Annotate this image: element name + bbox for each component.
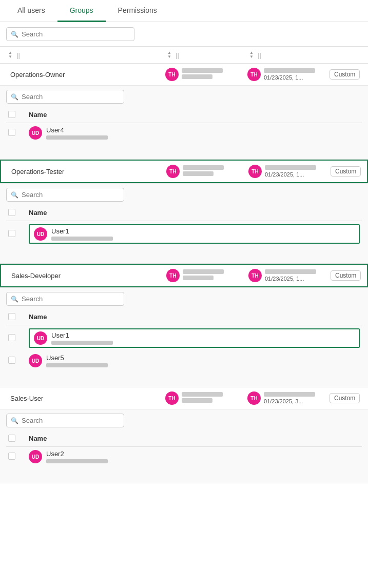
type-badge-sales-user: Custom <box>330 393 360 403</box>
modified-date-operations-owner: 01/23/2025, 1... <box>264 74 315 81</box>
group-block-sales-developer: Sales-Developer TH TH 01/23/2025, 1... C… <box>0 264 368 387</box>
sub-search-box-sales-user[interactable]: 🔍 <box>6 414 124 427</box>
sub-footer-sales-developer <box>6 370 362 381</box>
group-name-operations-tester: Operations-Tester <box>7 168 166 175</box>
sub-search-input-sales-user[interactable] <box>22 417 120 424</box>
sub-checkbox-header-sales-user <box>8 435 29 443</box>
global-search-input[interactable] <box>22 30 130 38</box>
sort-modified-icon[interactable]: ▲▼ <box>249 51 254 59</box>
app-container: All usersGroupsPermissions 🔍 ▲▼ || ▲▼ ||… <box>0 0 368 483</box>
member-avatar-user4: UD <box>29 126 42 140</box>
sub-name-header-operations-tester: Name <box>29 209 360 218</box>
creator-name-blurred-operations-tester <box>183 165 224 170</box>
member-name-user1a: User1 <box>51 227 113 235</box>
groups-container: Operations-Owner TH TH 01/23/2025, 1... … <box>0 64 368 483</box>
sub-search-box-sales-developer[interactable]: 🔍 <box>6 292 124 306</box>
tab-permissions[interactable]: Permissions <box>106 0 169 22</box>
member-checkbox-wrap-user1b <box>8 334 29 343</box>
member-name-cell-user2: UD User2 <box>29 450 360 463</box>
group-row-wrap-operations-tester: Operations-Tester TH TH 01/23/2025, 1...… <box>0 160 368 183</box>
member-name-cell-user1b[interactable]: UD User1 <box>29 328 360 348</box>
member-name-user5: User5 <box>46 354 108 362</box>
group-row-wrap-sales-developer: Sales-Developer TH TH 01/23/2025, 1... C… <box>0 264 368 287</box>
group-row-operations-tester[interactable]: Operations-Tester TH TH 01/23/2025, 1...… <box>1 161 367 182</box>
member-row-user2: UD User2 <box>6 447 362 466</box>
group-row-sales-user[interactable]: Sales-User TH TH 01/23/2025, 3... Custom <box>0 387 368 409</box>
sub-header-sales-user: Name <box>6 432 362 447</box>
member-name-user4: User4 <box>46 126 108 134</box>
member-checkbox-user1a[interactable] <box>8 230 15 237</box>
member-email-blurred-user2 <box>46 459 108 463</box>
creator-avatar-sales-user: TH <box>165 391 179 405</box>
tab-all-users[interactable]: All users <box>5 0 57 22</box>
sub-search-icon-operations-tester: 🔍 <box>11 191 18 199</box>
member-checkbox-user2[interactable] <box>8 453 15 460</box>
modified-date-sales-user: 01/23/2025, 3... <box>264 398 315 404</box>
tabs-bar: All usersGroupsPermissions <box>0 0 368 22</box>
sort-name-icon[interactable]: ▲▼ <box>8 51 12 59</box>
member-name-cell-user4: UD User4 <box>29 126 360 140</box>
created-by-cell-operations-owner: TH <box>165 68 247 81</box>
sub-search-input-sales-developer[interactable] <box>22 295 120 303</box>
member-checkbox-user5[interactable] <box>8 357 15 364</box>
member-row-user1a: UD User1 <box>6 221 362 247</box>
select-all-checkbox-sales-developer[interactable] <box>8 313 15 320</box>
member-checkbox-user4[interactable] <box>8 129 15 136</box>
col-modified-by: ▲▼ || <box>247 51 330 59</box>
sub-search-sales-user: 🔍 <box>6 414 362 427</box>
col-name: ▲▼ || <box>6 51 165 59</box>
group-name-operations-owner: Operations-Owner <box>6 71 165 79</box>
sub-search-input-operations-owner[interactable] <box>22 93 120 101</box>
sub-search-box-operations-owner[interactable]: 🔍 <box>6 90 124 104</box>
modified-by-cell-operations-owner: TH 01/23/2025, 1... <box>247 68 330 81</box>
creator-role-blurred-sales-user <box>182 398 212 403</box>
member-avatar-user1b: UD <box>34 331 47 345</box>
sub-name-header-sales-developer: Name <box>29 313 360 322</box>
sub-search-input-operations-tester[interactable] <box>22 191 120 199</box>
tab-groups[interactable]: Groups <box>57 0 106 22</box>
type-badge-sales-developer: Custom <box>331 270 361 281</box>
search-icon: 🔍 <box>11 31 18 38</box>
group-row-operations-owner[interactable]: Operations-Owner TH TH 01/23/2025, 1... … <box>0 64 368 85</box>
created-by-cell-sales-developer: TH <box>166 269 248 282</box>
top-search-area: 🔍 <box>0 22 368 46</box>
member-name-user1b: User1 <box>51 331 113 339</box>
group-block-operations-owner: Operations-Owner TH TH 01/23/2025, 1... … <box>0 64 368 160</box>
group-name-sales-user: Sales-User <box>6 395 165 402</box>
select-all-checkbox-sales-user[interactable] <box>8 435 15 442</box>
select-all-checkbox-operations-owner[interactable] <box>8 111 15 118</box>
member-email-blurred-user1a <box>51 237 113 241</box>
modifier-avatar-operations-owner: TH <box>247 68 261 81</box>
sub-search-icon-operations-owner: 🔍 <box>11 93 18 101</box>
sort-created-icon[interactable]: ▲▼ <box>167 51 171 59</box>
modifier-avatar-sales-developer: TH <box>248 269 262 282</box>
member-checkbox-wrap-user5 <box>8 357 29 365</box>
group-row-sales-developer[interactable]: Sales-Developer TH TH 01/23/2025, 1... C… <box>1 265 367 286</box>
modified-date-operations-tester: 01/23/2025, 1... <box>265 171 316 178</box>
sub-search-box-operations-tester[interactable]: 🔍 <box>6 188 124 202</box>
member-row-user5: UD User5 <box>6 351 362 370</box>
creator-avatar-sales-developer: TH <box>166 269 180 282</box>
sub-search-operations-owner: 🔍 <box>6 90 362 104</box>
modifier-avatar-operations-tester: TH <box>248 165 262 178</box>
member-email-blurred-user5 <box>46 363 108 367</box>
type-cell-operations-owner: Custom <box>330 69 362 80</box>
member-name-cell-user1a[interactable]: UD User1 <box>29 224 360 244</box>
sub-table-operations-owner: 🔍 Name UD User4 <box>0 85 368 159</box>
type-badge-operations-tester: Custom <box>331 166 361 177</box>
table-header: ▲▼ || ▲▼ || ▲▼ || <box>0 46 368 64</box>
creator-avatar-operations-tester: TH <box>166 165 180 178</box>
creator-role-blurred-sales-developer <box>183 276 214 280</box>
creator-role-blurred-operations-tester <box>183 171 214 176</box>
global-search-box[interactable]: 🔍 <box>6 27 134 41</box>
member-row-user1b: UD User1 <box>6 325 362 351</box>
member-email-blurred-user4 <box>46 135 108 140</box>
member-avatar-user1a: UD <box>34 227 47 241</box>
select-all-checkbox-operations-tester[interactable] <box>8 209 15 216</box>
type-cell-operations-tester: Custom <box>331 166 361 177</box>
sub-checkbox-header-operations-owner <box>8 111 29 120</box>
member-name-cell-user5: UD User5 <box>29 354 360 367</box>
sub-checkbox-header-sales-developer <box>8 313 29 322</box>
member-checkbox-user1b[interactable] <box>8 334 15 341</box>
sub-search-icon-sales-developer: 🔍 <box>11 296 18 303</box>
